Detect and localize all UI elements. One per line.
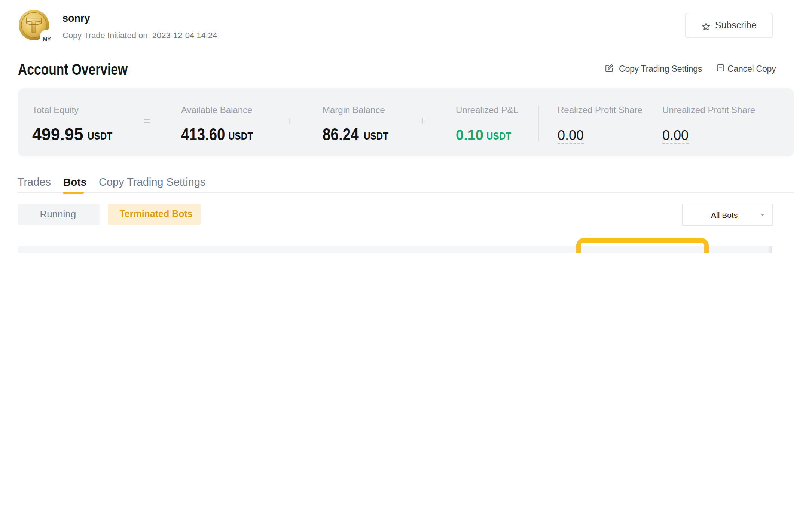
svg-text:MY: MY [43,36,51,42]
